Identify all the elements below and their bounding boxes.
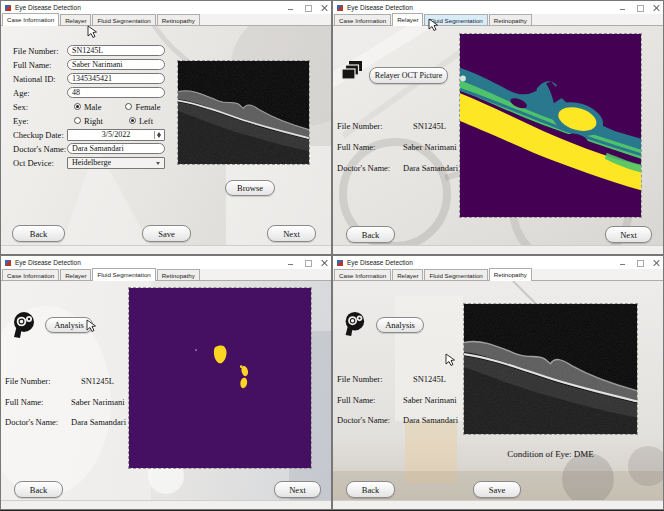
tab-relayer[interactable]: Relayer [392, 13, 423, 26]
browse-button[interactable]: Browse [225, 180, 275, 196]
window-case-information: Eye Disease Detection Case Information R… [1, 1, 331, 254]
tab-case-information[interactable]: Case Information [2, 13, 59, 26]
maximize-icon[interactable] [304, 259, 311, 267]
maximize-icon[interactable] [636, 259, 643, 267]
full-name-row: Full Name: Saber Narimani [337, 395, 457, 405]
back-button[interactable]: Back [346, 481, 395, 498]
save-button[interactable]: Save [142, 225, 191, 242]
sex-label: Sex: [13, 102, 67, 112]
spinner-down-icon[interactable] [157, 135, 161, 138]
doctors-name-value: Dara Samandari [72, 144, 124, 153]
minimize-icon[interactable] [287, 259, 294, 267]
eye-row: Eye: Right Left [13, 114, 153, 127]
tab-retinopathy[interactable]: Retinopathy [157, 269, 200, 280]
full-name-row: Full Name: Saber Narimani [13, 58, 165, 71]
tab-relayer[interactable]: Relayer [60, 14, 91, 25]
maximize-icon[interactable] [636, 4, 643, 12]
relayer-segmentation-image [459, 33, 642, 218]
eye-right-radio[interactable] [74, 117, 81, 124]
window-relayer: Eye Disease Detection Case Information R… [333, 1, 663, 254]
back-button[interactable]: Back [12, 225, 65, 242]
doctors-name-value: Dara Samandari [403, 415, 458, 425]
status-bar [1, 500, 331, 509]
oct-device-value: Heidelberge [72, 158, 111, 167]
status-bar [1, 245, 331, 254]
window-retinopathy: Eye Disease Detection Case Information R… [333, 256, 663, 509]
tab-case-information[interactable]: Case Information [334, 269, 391, 280]
save-button[interactable]: Save [473, 481, 521, 498]
relayer-oct-picture-button[interactable]: Relayer OCT Picture [369, 67, 448, 84]
window-title: Eye Disease Detection [15, 259, 81, 266]
tab-fluid-segmentation[interactable]: Fluid Segmentation [424, 14, 487, 25]
age-value: 48 [72, 88, 80, 97]
next-button[interactable]: Next [267, 225, 316, 242]
close-icon[interactable] [321, 259, 328, 267]
window-fluid-segmentation: Eye Disease Detection Case Information R… [1, 256, 331, 509]
tab-bar: Case Information Relayer Fluid Segmentat… [1, 269, 331, 281]
tab-fluid-segmentation[interactable]: Fluid Segmentation [92, 268, 155, 281]
sex-row: Sex: Male Female [13, 100, 161, 113]
back-button[interactable]: Back [346, 226, 395, 243]
app-icon [337, 260, 343, 266]
fluid-segmentation-panel: Analysis File Number: SN1245L Full Name:… [1, 281, 331, 501]
close-icon[interactable] [653, 4, 660, 12]
sex-female-radio[interactable] [125, 103, 132, 110]
minimize-icon[interactable] [619, 4, 626, 12]
file-number-row: File Number: SN1245L [337, 374, 446, 384]
file-number-input[interactable]: SN1245L [67, 45, 165, 56]
back-button[interactable]: Back [14, 481, 63, 498]
file-number-row: File Number: SN1245L [337, 121, 446, 131]
tab-retinopathy[interactable]: Retinopathy [157, 14, 200, 25]
title-bar[interactable]: Eye Disease Detection [1, 256, 331, 269]
sex-female-label: Female [135, 102, 160, 112]
tab-case-information[interactable]: Case Information [2, 269, 59, 280]
doctors-name-row: Doctor's Name: Dara Samandari [337, 163, 458, 173]
app-icon [337, 5, 343, 11]
doctors-name-input[interactable]: Dara Samandari [67, 143, 165, 154]
tab-relayer[interactable]: Relayer [392, 269, 423, 280]
full-name-value: Saber Narimani [403, 395, 457, 405]
next-button[interactable]: Next [605, 226, 652, 243]
file-number-row: File Number: SN1245L [5, 376, 114, 386]
chevron-down-icon [156, 162, 160, 165]
maximize-icon[interactable] [304, 4, 311, 12]
full-name-label: Full Name: [13, 60, 67, 70]
national-id-input[interactable]: 1345345421 [67, 73, 165, 84]
date-spinner[interactable] [154, 131, 163, 139]
analysis-button[interactable]: Analysis [45, 317, 93, 333]
analysis-button[interactable]: Analysis [376, 317, 424, 333]
layers-icon [341, 60, 364, 83]
full-name-row: Full Name: Saber Narimani [337, 142, 457, 152]
tab-retinopathy[interactable]: Retinopathy [489, 14, 532, 25]
oct-device-select[interactable]: Heidelberge [67, 157, 165, 169]
tab-retinopathy[interactable]: Retinopathy [489, 268, 532, 281]
doctors-name-label: Doctor's Name: [5, 417, 71, 427]
close-icon[interactable] [321, 4, 328, 12]
age-input[interactable]: 48 [67, 87, 165, 98]
tab-case-information[interactable]: Case Information [334, 14, 391, 25]
sex-male-radio[interactable] [74, 103, 81, 110]
checkup-date-label: Checkup Date: [13, 130, 67, 140]
doctors-name-value: Dara Samandari [71, 417, 126, 427]
eye-left-radio[interactable] [129, 117, 136, 124]
close-icon[interactable] [653, 259, 660, 267]
title-bar[interactable]: Eye Disease Detection [333, 1, 663, 14]
tab-fluid-segmentation[interactable]: Fluid Segmentation [424, 269, 487, 280]
full-name-input[interactable]: Saber Narimani [67, 59, 165, 70]
file-number-row: File Number: SN1245L [13, 44, 165, 57]
full-name-value: Saber Narimani [72, 60, 122, 69]
app-icon [5, 5, 11, 11]
tab-fluid-segmentation[interactable]: Fluid Segmentation [92, 14, 155, 25]
next-button[interactable]: Next [274, 481, 321, 498]
full-name-row: Full Name: Saber Narimani [5, 397, 125, 407]
eye-analysis-icon [9, 310, 36, 338]
oct-scan-image [463, 303, 638, 435]
checkup-date-input[interactable]: 3/5/2022 [67, 129, 165, 141]
minimize-icon[interactable] [619, 259, 626, 267]
tab-relayer[interactable]: Relayer [60, 269, 91, 280]
app-icon [5, 260, 11, 266]
file-number-value: SN1245L [413, 374, 446, 384]
doctors-name-row: Doctor's Name: Dara Samandari [5, 417, 126, 427]
window-title: Eye Disease Detection [347, 4, 413, 11]
minimize-icon[interactable] [287, 4, 294, 12]
